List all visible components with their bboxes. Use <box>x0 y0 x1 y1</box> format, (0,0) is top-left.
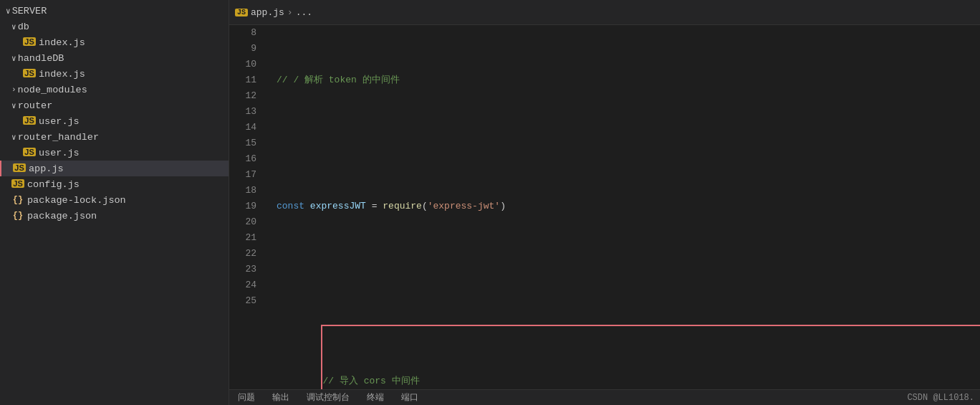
code-editor: JS app.js › ... 8 9 10 11 12 13 14 15 16… <box>229 0 980 389</box>
line-num-13: 13 <box>229 104 256 120</box>
sidebar-item-router-handler-user[interactable]: JS user.js <box>0 145 229 161</box>
code-lines[interactable]: // / 解析 token 的中间件 const expressJWT = re… <box>265 25 980 389</box>
sidebar-item-label: SERVER <box>12 6 47 16</box>
line-num-21: 21 <box>229 230 256 246</box>
tab-terminal[interactable]: 终端 <box>364 391 387 404</box>
line-numbers: 8 9 10 11 12 13 14 15 16 17 18 19 20 21 … <box>229 25 265 389</box>
sidebar-item-label: index.js <box>39 37 85 48</box>
folder-open-icon: ∨ <box>11 22 16 32</box>
js-file-icon: JS <box>23 37 36 47</box>
sidebar-item-label: package.json <box>27 211 97 221</box>
sidebar-item-config-js[interactable]: JS config.js <box>0 176 229 192</box>
tab-debug-console[interactable]: 调试控制台 <box>304 391 352 404</box>
watermark: CSDN @LL1018. <box>907 393 974 403</box>
line-num-8: 8 <box>229 25 256 41</box>
sidebar-item-label: index.js <box>39 69 85 80</box>
folder-open-icon: ∨ <box>11 101 16 110</box>
code-line-9 <box>277 135 980 151</box>
line-num-12: 12 <box>229 88 256 104</box>
sidebar-item-package-lock[interactable]: {} package-lock.json <box>0 192 229 208</box>
sidebar-item-label: config.js <box>27 179 80 190</box>
sidebar-item-server[interactable]: ∨ SERVER <box>0 3 229 19</box>
breadcrumb: JS app.js › ... <box>235 7 312 18</box>
sidebar-item-node-modules[interactable]: › node_modules <box>0 82 229 97</box>
line-num-20: 20 <box>229 214 256 230</box>
code-content-area[interactable]: 8 9 10 11 12 13 14 15 16 17 18 19 20 21 … <box>229 25 980 389</box>
sidebar-item-router-handler[interactable]: ∨ router_handler <box>0 129 229 145</box>
sidebar-item-db-index[interactable]: JS index.js <box>0 34 229 50</box>
sidebar-item-router-user[interactable]: JS user.js <box>0 113 229 129</box>
line-num-19: 19 <box>229 199 256 214</box>
editor-area: JS app.js › ... 8 9 10 11 12 13 14 15 16… <box>229 0 980 405</box>
line-num-18: 18 <box>229 183 256 199</box>
json-file-icon: {} <box>11 211 24 221</box>
sidebar-item-package-json[interactable]: {} package.json <box>0 208 229 224</box>
line-num-14: 14 <box>229 120 256 135</box>
tab-ports[interactable]: 端口 <box>398 391 421 404</box>
breadcrumb-more: ... <box>296 7 312 18</box>
code-line-10: const expressJWT = require('express-jwt'… <box>277 199 980 214</box>
sidebar-item-app-js[interactable]: JS app.js <box>0 161 229 176</box>
breadcrumb-icon: JS <box>235 9 248 16</box>
tab-problems[interactable]: 问题 <box>235 391 258 404</box>
sidebar-item-label: user.js <box>39 148 80 158</box>
sidebar-item-label: app.js <box>29 163 64 174</box>
folder-open-icon: ∨ <box>11 54 16 63</box>
breadcrumb-separator: › <box>287 7 293 18</box>
line-num-9: 9 <box>229 41 256 57</box>
highlight-region: // 导入 cors 中间件 const cors = require('cor… <box>321 325 980 389</box>
code-line-11 <box>277 262 980 277</box>
sidebar-item-handleDB[interactable]: ∨ handleDB <box>0 50 229 66</box>
js-file-icon: JS <box>23 69 36 79</box>
js-file-icon: JS <box>23 116 36 126</box>
folder-open-icon: ∨ <box>11 133 16 142</box>
sidebar-item-label: node_modules <box>18 85 87 95</box>
sidebar-item-label: user.js <box>39 116 80 127</box>
code-line-8: // / 解析 token 的中间件 <box>277 72 980 88</box>
sidebar-item-label: router <box>18 100 53 111</box>
sidebar-item-label: db <box>18 22 29 32</box>
line-num-23: 23 <box>229 262 256 277</box>
file-explorer: ∨ SERVER ∨ db JS index.js ∨ handleDB JS … <box>0 0 229 405</box>
code-line-12: // 导入 cors 中间件 <box>322 373 980 389</box>
sidebar-item-label: router_handler <box>18 132 99 143</box>
sidebar-item-handleDB-index[interactable]: JS index.js <box>0 66 229 82</box>
sidebar-item-router[interactable]: ∨ router <box>0 97 229 113</box>
sidebar-item-db[interactable]: ∨ db <box>0 19 229 34</box>
js-file-icon: JS <box>23 148 36 158</box>
sidebar-item-label: package-lock.json <box>27 195 126 206</box>
js-file-icon: JS <box>11 179 24 189</box>
line-num-16: 16 <box>229 151 256 167</box>
line-num-11: 11 <box>229 72 256 88</box>
editor-tabs: JS app.js › ... <box>229 0 980 25</box>
line-num-22: 22 <box>229 246 256 262</box>
folder-arrow-icon: ∨ <box>6 6 11 16</box>
folder-closed-icon: › <box>11 85 16 94</box>
tab-output[interactable]: 输出 <box>269 391 292 404</box>
line-num-10: 10 <box>229 57 256 72</box>
json-file-icon: {} <box>11 195 24 205</box>
js-file-icon: JS <box>13 163 26 173</box>
line-num-17: 17 <box>229 167 256 183</box>
line-num-24: 24 <box>229 277 256 293</box>
breadcrumb-filename: app.js <box>251 7 284 18</box>
bottom-tabs: 问题 输出 调试控制台 终端 端口 CSDN @LL1018. <box>229 389 980 405</box>
line-num-25: 25 <box>229 293 256 309</box>
sidebar-item-label: handleDB <box>18 53 64 64</box>
line-num-15: 15 <box>229 135 256 151</box>
